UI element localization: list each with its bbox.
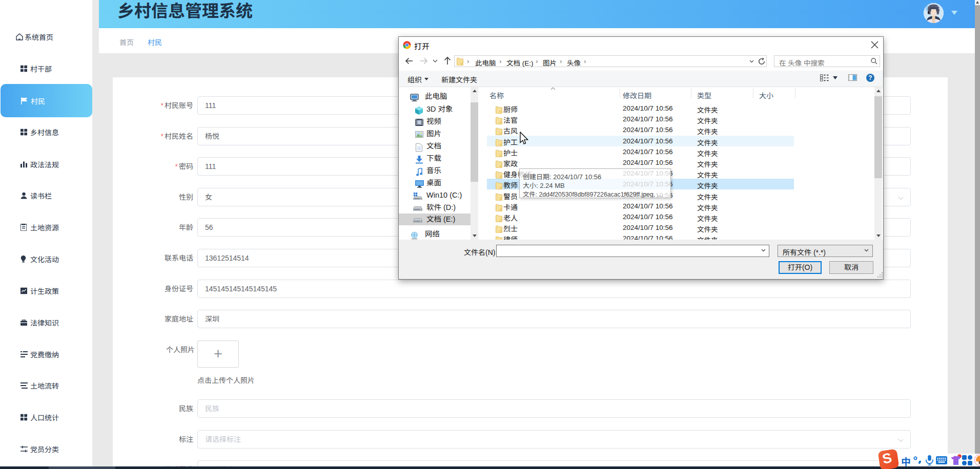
svg-text:?: ? — [868, 74, 872, 81]
